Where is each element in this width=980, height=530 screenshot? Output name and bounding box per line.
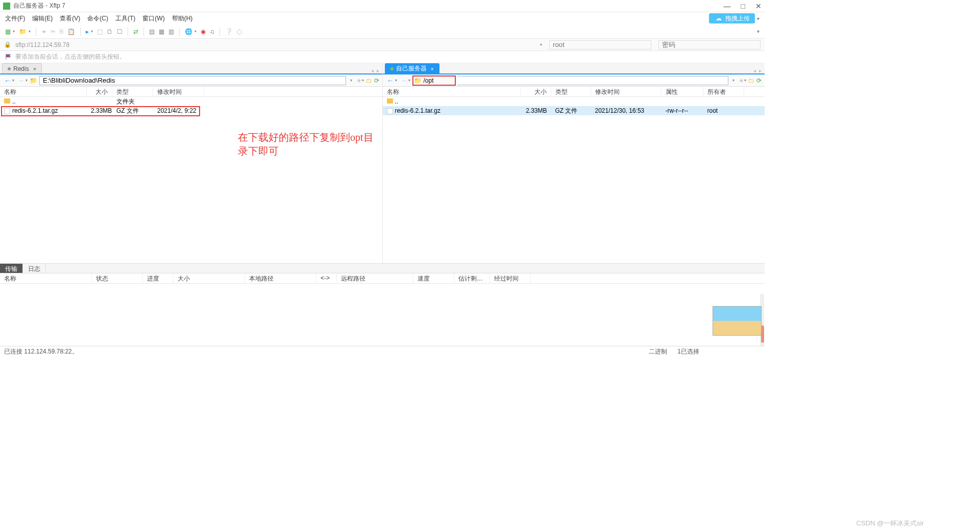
favorite-icon[interactable]: ★ <box>739 77 744 84</box>
menu-tools[interactable]: 工具(T) <box>115 14 135 23</box>
menu-view[interactable]: 查看(V) <box>60 14 80 23</box>
minimize-button[interactable]: — <box>724 2 731 10</box>
tab-redis[interactable]: Redis × <box>2 63 42 73</box>
view2-icon[interactable]: ▦ <box>159 28 164 35</box>
local-path-input[interactable] <box>39 76 346 85</box>
col-name[interactable]: 名称 <box>0 87 87 96</box>
dropdown-icon[interactable]: ▾ <box>408 78 410 83</box>
new-window-icon[interactable]: ⬚ <box>97 28 103 35</box>
sync-icon[interactable]: ⇄ <box>133 28 138 35</box>
col-size[interactable]: 大小 <box>174 273 245 283</box>
favorite-icon[interactable]: ★ <box>356 77 362 84</box>
dropdown-icon[interactable]: ▾ <box>91 29 93 34</box>
col-attr[interactable]: 属性 <box>662 87 703 96</box>
tab-prev-icon[interactable]: ◂ <box>753 68 756 73</box>
dropdown-icon[interactable]: ▾ <box>12 78 14 83</box>
dropdown-icon[interactable]: ▾ <box>13 29 15 34</box>
close-button[interactable]: ✕ <box>755 2 762 10</box>
col-mtime[interactable]: 修改时间 <box>591 87 662 96</box>
dropdown-icon[interactable]: ▾ <box>744 78 746 83</box>
properties-icon[interactable]: ☐ <box>117 28 122 35</box>
copy-icon[interactable]: ⎘ <box>60 28 63 35</box>
path-dropdown-icon[interactable]: ▾ <box>348 78 354 83</box>
info-icon[interactable]: ◌ <box>237 28 242 35</box>
dropdown-icon[interactable]: ▾ <box>29 29 31 34</box>
help-icon[interactable]: ❔ <box>225 28 233 35</box>
col-size[interactable]: 大小 <box>87 87 112 96</box>
file-owner: root <box>703 107 744 115</box>
refresh-icon[interactable]: ⟳ <box>374 77 379 84</box>
tab-next-icon[interactable]: ▸ <box>759 68 762 73</box>
col-progress[interactable]: 进度 <box>143 273 174 283</box>
col-speed[interactable]: 速度 <box>413 273 454 283</box>
remote-pathbar: ←▾ →▾ 📁 /opt ▾ ★▾ 🗀 ⟳ <box>383 74 765 87</box>
col-status[interactable]: 状态 <box>92 273 143 283</box>
menu-window[interactable]: 窗口(W) <box>142 14 164 23</box>
col-remote-path[interactable]: 远程路径 <box>337 273 413 283</box>
open-icon[interactable]: 📁 <box>19 28 27 35</box>
local-list-body[interactable]: .. 文件夹 redis-6.2.1.tar.gz 2.33MB GZ 文件 2… <box>0 97 382 263</box>
col-local-path[interactable]: 本地路径 <box>245 273 316 283</box>
tab-transfer[interactable]: 传输 <box>0 264 23 273</box>
password-field[interactable] <box>658 40 761 49</box>
sphere-icon[interactable]: ◉ <box>201 28 206 35</box>
explorer-icon[interactable]: 🗀 <box>748 77 754 84</box>
username-field[interactable] <box>549 40 651 49</box>
paste-icon[interactable]: 📋 <box>67 28 75 35</box>
tab-server[interactable]: 自己服务器 × <box>385 63 439 73</box>
back-button[interactable]: ← <box>386 77 395 85</box>
view1-icon[interactable]: ▤ <box>149 28 155 35</box>
path-dropdown-icon[interactable]: ▾ <box>730 78 737 83</box>
refresh-icon[interactable]: ⟳ <box>756 77 762 84</box>
forward-button[interactable]: → <box>16 77 26 85</box>
col-type[interactable]: 类型 <box>551 87 591 96</box>
list-row-parent[interactable]: .. <box>383 97 765 106</box>
col-est[interactable]: 估计剩… <box>454 273 490 283</box>
tab-close-icon[interactable]: × <box>33 66 36 72</box>
link-icon[interactable]: ⚭ <box>41 28 46 35</box>
col-name[interactable]: 名称 <box>0 273 92 283</box>
toolbar-menu-icon[interactable]: ▾ <box>757 29 760 34</box>
col-owner[interactable]: 所有者 <box>703 87 744 96</box>
dropdown-icon[interactable]: ▾ <box>194 29 197 34</box>
menu-edit[interactable]: 编辑(E) <box>32 14 53 23</box>
menu-commands[interactable]: 命令(C) <box>87 14 108 23</box>
list-row[interactable]: redis-6.2.1.tar.gz 2.33MB GZ 文件 2021/12/… <box>383 106 765 115</box>
col-type[interactable]: 类型 <box>112 87 153 96</box>
dropdown-icon[interactable]: ▾ <box>26 78 28 83</box>
file-name: redis-6.2.1.tar.gz <box>12 107 58 114</box>
back-button[interactable]: ← <box>3 77 12 85</box>
dropdown-icon[interactable]: ▾ <box>395 78 397 83</box>
tab-log[interactable]: 日志 <box>23 264 46 273</box>
address-url[interactable]: sftp://112.124.59.78 <box>15 41 69 48</box>
maximize-button[interactable]: □ <box>741 2 745 10</box>
view3-icon[interactable]: ▥ <box>168 28 174 35</box>
forward-button[interactable]: → <box>399 77 408 85</box>
bullet-icon <box>8 67 11 70</box>
dropdown-icon[interactable]: ▾ <box>362 78 364 83</box>
col-mtime[interactable]: 修改时间 <box>153 87 204 96</box>
list-row-parent[interactable]: .. 文件夹 <box>0 97 382 106</box>
col-arrow[interactable]: <-> <box>316 273 337 283</box>
list-row[interactable]: redis-6.2.1.tar.gz 2.33MB GZ 文件 2021/4/2… <box>0 106 382 115</box>
cut-icon[interactable]: ✂ <box>51 28 56 35</box>
new-file-icon[interactable]: 🗋 <box>107 28 113 35</box>
col-size[interactable]: 大小 <box>521 87 551 96</box>
new-session-icon[interactable]: ▦ <box>5 28 11 35</box>
menu-help[interactable]: 帮助(H) <box>172 14 193 23</box>
col-elapsed[interactable]: 经过时间 <box>490 273 531 283</box>
menu-file[interactable]: 文件(F) <box>5 14 25 23</box>
col-name[interactable]: 名称 <box>383 87 521 96</box>
music-icon[interactable]: ♫ <box>210 28 214 35</box>
remote-path-input[interactable] <box>457 76 728 85</box>
chevron-down-icon[interactable]: ▾ <box>757 16 760 21</box>
remote-list-body[interactable]: .. redis-6.2.1.tar.gz 2.33MB GZ 文件 2021/… <box>383 97 765 263</box>
play-icon[interactable]: ▸ <box>86 28 89 35</box>
address-dropdown-icon[interactable]: ▾ <box>540 42 542 47</box>
globe-icon[interactable]: 🌐 <box>185 28 192 35</box>
tab-next-icon[interactable]: ▸ <box>377 68 379 73</box>
drag-upload-button[interactable]: ☁ 拖拽上传 <box>709 13 755 23</box>
tab-close-icon[interactable]: × <box>431 66 434 72</box>
explorer-icon[interactable]: 🗀 <box>366 77 372 84</box>
tab-prev-icon[interactable]: ◂ <box>371 68 374 73</box>
